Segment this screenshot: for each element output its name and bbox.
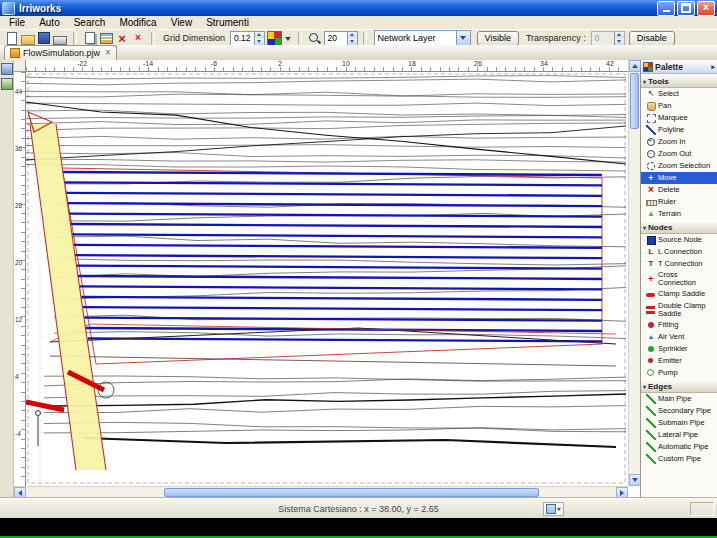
palette-item-ruler[interactable]: Ruler bbox=[641, 196, 717, 208]
palette-item-zoom-out[interactable]: Zoom Out bbox=[641, 148, 717, 160]
erase-x-icon[interactable] bbox=[130, 31, 146, 46]
zoom-spinner[interactable] bbox=[347, 32, 357, 45]
palette-item-t-connection[interactable]: T Connection bbox=[641, 258, 717, 270]
drawer-arrow-icon bbox=[643, 78, 646, 85]
spinner-down-icon[interactable] bbox=[348, 38, 357, 45]
zoom-icon[interactable] bbox=[307, 31, 322, 46]
zoom-level-input[interactable]: 20 bbox=[324, 31, 358, 46]
tab-label: FlowSimulation.pjw bbox=[23, 48, 100, 58]
menu-bar: FileAutoSearchModificaViewStrumenti bbox=[0, 16, 717, 29]
disable-button[interactable]: Disable bbox=[629, 31, 675, 46]
palette-item-air-vent[interactable]: Air Vent bbox=[641, 331, 717, 343]
spinner-down-icon[interactable] bbox=[255, 38, 264, 45]
palette-item-label: Zoom Out bbox=[658, 150, 691, 158]
dropdown-arrow-icon bbox=[557, 508, 561, 513]
marquee-icon bbox=[646, 113, 656, 123]
l-connection-icon bbox=[646, 247, 656, 257]
drawing-canvas[interactable] bbox=[26, 72, 628, 486]
palette-item-label: Cross Connection bbox=[658, 271, 716, 288]
transparency-spinner[interactable] bbox=[614, 32, 624, 45]
sprinkler-icon bbox=[646, 344, 656, 354]
combo-dropdown-icon[interactable] bbox=[456, 31, 470, 45]
palette-item-secondary-pipe[interactable]: Secondary Pipe bbox=[641, 405, 717, 417]
tab-flowsimulation[interactable]: FlowSimulation.pjw bbox=[4, 45, 117, 60]
drawer-nodes[interactable]: Nodes bbox=[641, 220, 717, 234]
maximize-button[interactable] bbox=[677, 1, 695, 16]
palette-item-submain-pipe[interactable]: Submain Pipe bbox=[641, 417, 717, 429]
main-area: -22-14-621018263442 44362820124-4 Palett… bbox=[0, 60, 717, 498]
menu-file[interactable]: File bbox=[2, 17, 32, 28]
palette-item-source-node[interactable]: Source Node bbox=[641, 234, 717, 246]
new-file-icon[interactable] bbox=[4, 31, 20, 46]
polyline-icon bbox=[646, 125, 656, 135]
color-dropdown-arrow-icon[interactable] bbox=[285, 37, 291, 44]
hruler-label: 18 bbox=[408, 60, 416, 67]
drawer-tools[interactable]: Tools bbox=[641, 74, 717, 88]
palette-item-label: Move bbox=[658, 174, 676, 182]
layer-select[interactable]: Network Layer bbox=[374, 30, 471, 46]
menu-auto[interactable]: Auto bbox=[32, 17, 67, 28]
visible-button[interactable]: Visible bbox=[477, 31, 519, 46]
open-folder-icon[interactable] bbox=[20, 31, 36, 46]
tab-close-icon[interactable] bbox=[105, 48, 111, 58]
palette-item-label: Marquee bbox=[658, 114, 688, 122]
palette-item-polyline[interactable]: Polyline bbox=[641, 124, 717, 136]
palette-item-lateral-pipe[interactable]: Lateral Pipe bbox=[641, 429, 717, 441]
app-window: Irriworks FileAutoSearchModificaViewStru… bbox=[0, 0, 717, 538]
palette-item-move[interactable]: Move bbox=[641, 172, 717, 184]
drawer-label: Edges bbox=[648, 382, 672, 391]
delete-x-icon[interactable] bbox=[114, 31, 130, 46]
palette-item-custom-pipe[interactable]: Custom Pipe bbox=[641, 453, 717, 465]
palette-item-terrain[interactable]: Terrain bbox=[641, 208, 717, 220]
menu-strumenti[interactable]: Strumenti bbox=[199, 17, 256, 28]
palette-item-cross-connection[interactable]: Cross Connection bbox=[641, 270, 717, 289]
layers-icon[interactable] bbox=[98, 31, 114, 46]
view-mode-combo[interactable] bbox=[543, 502, 564, 516]
palette-item-fitting[interactable]: Fitting bbox=[641, 319, 717, 331]
grid-dimension-spinner[interactable] bbox=[254, 32, 264, 45]
palette-item-label: Lateral Pipe bbox=[658, 431, 698, 439]
print-icon[interactable] bbox=[52, 31, 68, 46]
menu-search[interactable]: Search bbox=[67, 17, 113, 28]
palette-item-zoom-selection[interactable]: Zoom Selection bbox=[641, 160, 717, 172]
collapse-arrow-icon[interactable] bbox=[711, 63, 715, 71]
grid-dimension-input[interactable]: 0.12 bbox=[230, 31, 265, 46]
notes-icon[interactable] bbox=[82, 31, 98, 46]
palette-item-double-clamp-saddle[interactable]: Double Clamp Saddle bbox=[641, 301, 717, 320]
toolbar-separator bbox=[73, 32, 77, 45]
transparency-input[interactable]: 0 bbox=[591, 31, 625, 46]
menu-modifica[interactable]: Modifica bbox=[112, 17, 163, 28]
status-cell bbox=[690, 502, 714, 516]
palette-item-emitter[interactable]: Emitter bbox=[641, 355, 717, 367]
hruler-label: 34 bbox=[540, 60, 548, 67]
horizontal-scroll-thumb[interactable] bbox=[164, 488, 539, 497]
menu-view[interactable]: View bbox=[164, 17, 200, 28]
horizontal-scrollbar[interactable] bbox=[14, 486, 628, 498]
palette-item-main-pipe[interactable]: Main Pipe bbox=[641, 393, 717, 405]
hruler-label: -22 bbox=[77, 60, 87, 67]
drawer-edges[interactable]: Edges bbox=[641, 379, 717, 393]
palette-header[interactable]: Palette bbox=[641, 60, 717, 74]
layers-mini-icon[interactable] bbox=[1, 78, 13, 90]
palette-item-pan[interactable]: Pan bbox=[641, 100, 717, 112]
close-button[interactable] bbox=[697, 1, 715, 16]
overview-icon[interactable] bbox=[1, 63, 13, 75]
palette-item-delete[interactable]: Delete bbox=[641, 184, 717, 196]
palette-item-pump[interactable]: Pump bbox=[641, 367, 717, 379]
vruler-label: 20 bbox=[15, 259, 22, 266]
palette-item-automatic-pipe[interactable]: Automatic Pipe bbox=[641, 441, 717, 453]
palette-item-label: Secondary Pipe bbox=[658, 407, 711, 415]
palette-item-l-connection[interactable]: L Connection bbox=[641, 246, 717, 258]
palette-item-clamp-saddle[interactable]: Clamp Saddle bbox=[641, 289, 717, 301]
palette-item-select[interactable]: Select bbox=[641, 88, 717, 100]
vertical-scrollbar[interactable] bbox=[628, 60, 640, 486]
minimize-button[interactable] bbox=[657, 1, 675, 16]
toolbar-separator bbox=[363, 32, 367, 45]
grid-color-picker-icon[interactable] bbox=[267, 31, 282, 46]
save-icon[interactable] bbox=[36, 31, 52, 46]
vertical-scroll-thumb[interactable] bbox=[630, 73, 639, 129]
palette-item-marquee[interactable]: Marquee bbox=[641, 112, 717, 124]
palette-item-sprinkler[interactable]: Sprinkler bbox=[641, 343, 717, 355]
spinner-down-icon[interactable] bbox=[615, 38, 624, 45]
palette-item-zoom-in[interactable]: Zoom In bbox=[641, 136, 717, 148]
